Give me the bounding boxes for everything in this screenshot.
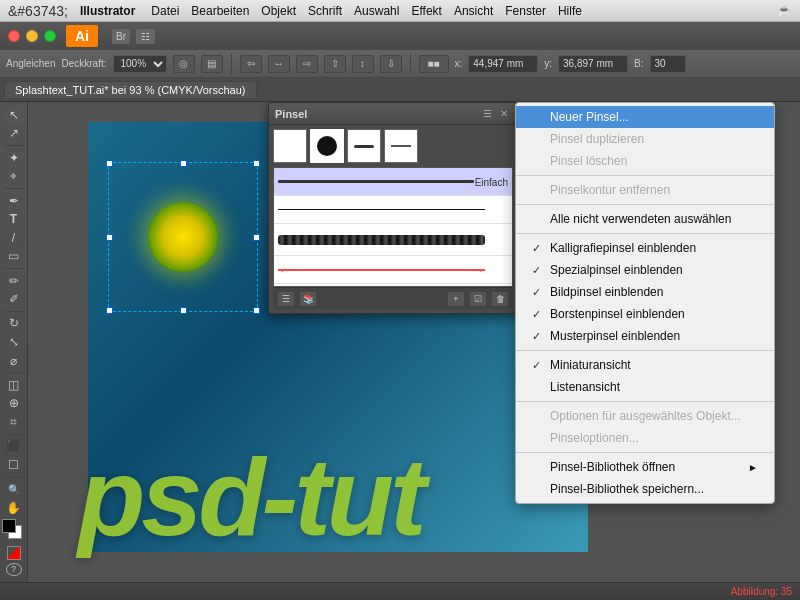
tool-magic-wand[interactable]: ✦: [3, 149, 25, 167]
align-bottom-icon[interactable]: ⇩: [380, 55, 402, 73]
tool-type[interactable]: T: [3, 210, 25, 228]
ctx-pinsel-loeschen: Pinsel löschen: [516, 150, 774, 172]
panel-menu-btn[interactable]: ☰: [480, 107, 495, 120]
align-center-v-icon[interactable]: ↕: [352, 55, 374, 73]
options-icon-2[interactable]: ▤: [201, 55, 223, 73]
ctx-musterpinsel[interactable]: ✓ Musterpinsel einblenden: [516, 325, 774, 347]
title-bar: Ai Br ☷: [0, 22, 800, 50]
panel-new-btn[interactable]: +: [447, 291, 465, 307]
ctx-bibliothek-speichern[interactable]: Pinsel-Bibliothek speichern...: [516, 478, 774, 500]
selected-object[interactable]: [108, 162, 258, 312]
handle-bot-mid[interactable]: [180, 307, 187, 314]
align-center-h-icon[interactable]: ↔: [268, 55, 290, 73]
ctx-check-borsten: ✓: [532, 308, 544, 321]
tool-artboard[interactable]: ☐: [3, 456, 25, 474]
tool-gradient[interactable]: ◫: [3, 376, 25, 394]
document-tab[interactable]: Splashtext_TUT.ai* bei 93 % (CMYK/Vorsch…: [4, 81, 257, 98]
tool-selection[interactable]: ↖: [3, 106, 25, 124]
tool-zoom[interactable]: 🔍: [3, 480, 25, 498]
deckkraft-select[interactable]: 100%: [113, 55, 167, 73]
w-value[interactable]: 30: [650, 55, 686, 73]
tool-direct-selection[interactable]: ↗: [3, 125, 25, 143]
ctx-bildpinsel[interactable]: ✓ Bildpinsel einblenden: [516, 281, 774, 303]
tool-warp[interactable]: ⌀: [3, 352, 25, 370]
pinsel-panel: Pinsel ☰ ✕: [268, 102, 518, 314]
ctx-miniatur[interactable]: ✓ Miniaturansicht: [516, 354, 774, 376]
handle-bot-left[interactable]: [106, 307, 113, 314]
ctx-sep-5: [516, 401, 774, 402]
ctx-label-kalli: Kalligrafiepinsel einblenden: [550, 241, 696, 255]
handle-mid-left[interactable]: [106, 234, 113, 241]
tool-blend[interactable]: ⊕: [3, 395, 25, 413]
handle-top-right[interactable]: [253, 160, 260, 167]
tool-hand[interactable]: ✋: [3, 499, 25, 517]
brush-stroke-brush[interactable]: [274, 224, 512, 256]
close-button[interactable]: [8, 30, 20, 42]
brush-stroke-simple[interactable]: Einfach: [274, 168, 512, 196]
color-section: [2, 519, 26, 541]
menu-objekt[interactable]: Objekt: [261, 4, 296, 18]
brush-thumb-empty[interactable]: [273, 129, 307, 163]
brush-thumb-dash1[interactable]: [347, 129, 381, 163]
brush-thumb-dot[interactable]: [310, 129, 344, 163]
panel-delete-btn[interactable]: ☑: [469, 291, 487, 307]
panel-trash-btn[interactable]: 🗑: [491, 291, 509, 307]
ctx-sep-3: [516, 233, 774, 234]
ctx-spezialpinsel[interactable]: ✓ Spezialpinsel einblenden: [516, 259, 774, 281]
tool-chart[interactable]: ⬛: [3, 438, 25, 456]
align-right-icon[interactable]: ⇨: [296, 55, 318, 73]
apple-menu[interactable]: &#63743;: [8, 3, 68, 19]
ctx-kalligrafie[interactable]: ✓ Kalligrafiepinsel einblenden: [516, 237, 774, 259]
options-icon-1[interactable]: ◎: [173, 55, 195, 73]
maximize-button[interactable]: [44, 30, 56, 42]
canvas-area: psd-tut Pinsel ☰ ✕: [28, 102, 800, 582]
color-none-btn[interactable]: [7, 546, 21, 560]
handle-top-left[interactable]: [106, 160, 113, 167]
ctx-borstenpinsel[interactable]: ✓ Borstenpinsel einblenden: [516, 303, 774, 325]
tool-sep-5: [4, 372, 24, 373]
menu-datei[interactable]: Datei: [151, 4, 179, 18]
brush-stroke-thin[interactable]: [274, 196, 512, 224]
tool-line[interactable]: /: [3, 229, 25, 247]
ctx-neuer-pinsel[interactable]: Neuer Pinsel...: [516, 106, 774, 128]
panel-view-btn[interactable]: ☰: [277, 291, 295, 307]
panel-close-btn[interactable]: ✕: [497, 107, 511, 120]
brush-stroke-list[interactable]: Einfach ← →: [273, 167, 513, 287]
grid-icon[interactable]: ■■: [419, 55, 449, 73]
menu-ansicht[interactable]: Ansicht: [454, 4, 493, 18]
panel-header-pinsel[interactable]: Pinsel ☰ ✕: [269, 103, 517, 125]
tool-rectangle[interactable]: ▭: [3, 247, 25, 265]
panel-libraries-btn[interactable]: 📚: [299, 291, 317, 307]
brush-stroke-arrows[interactable]: ← →: [274, 256, 512, 284]
menu-schrift[interactable]: Schrift: [308, 4, 342, 18]
handle-mid-right[interactable]: [253, 234, 260, 241]
ctx-bibliothek-oeffnen[interactable]: Pinsel-Bibliothek öffnen ►: [516, 456, 774, 478]
x-value[interactable]: 44,947 mm: [468, 55, 538, 73]
menu-fenster[interactable]: Fenster: [505, 4, 546, 18]
tool-pencil[interactable]: ✐: [3, 290, 25, 308]
brush-dot-shape: [317, 136, 337, 156]
brush-thumb-dash2[interactable]: [384, 129, 418, 163]
menu-hilfe[interactable]: Hilfe: [558, 4, 582, 18]
handle-top-mid[interactable]: [180, 160, 187, 167]
align-top-icon[interactable]: ⇧: [324, 55, 346, 73]
tool-rotate[interactable]: ↻: [3, 315, 25, 333]
minimize-button[interactable]: [26, 30, 38, 42]
fg-color-box[interactable]: [2, 519, 16, 533]
tool-lasso[interactable]: ⌖: [3, 167, 25, 185]
menu-bearbeiten[interactable]: Bearbeiten: [191, 4, 249, 18]
menu-auswahl[interactable]: Auswahl: [354, 4, 399, 18]
align-left-icon[interactable]: ⇦: [240, 55, 262, 73]
tool-scale[interactable]: ⤡: [3, 333, 25, 351]
bridge-button[interactable]: Br: [112, 29, 130, 44]
ctx-alle-nicht[interactable]: Alle nicht verwendeten auswählen: [516, 208, 774, 230]
y-value[interactable]: 36,897 mm: [558, 55, 628, 73]
handle-bot-right[interactable]: [253, 307, 260, 314]
layout-button[interactable]: ☷: [136, 29, 155, 44]
tool-paintbrush[interactable]: ✏: [3, 272, 25, 290]
tool-eyedropper[interactable]: ⌗: [3, 413, 25, 431]
tool-pen[interactable]: ✒: [3, 192, 25, 210]
menu-effekt[interactable]: Effekt: [411, 4, 441, 18]
tool-help[interactable]: ?: [6, 563, 22, 576]
ctx-listenansicht[interactable]: Listenansicht: [516, 376, 774, 398]
